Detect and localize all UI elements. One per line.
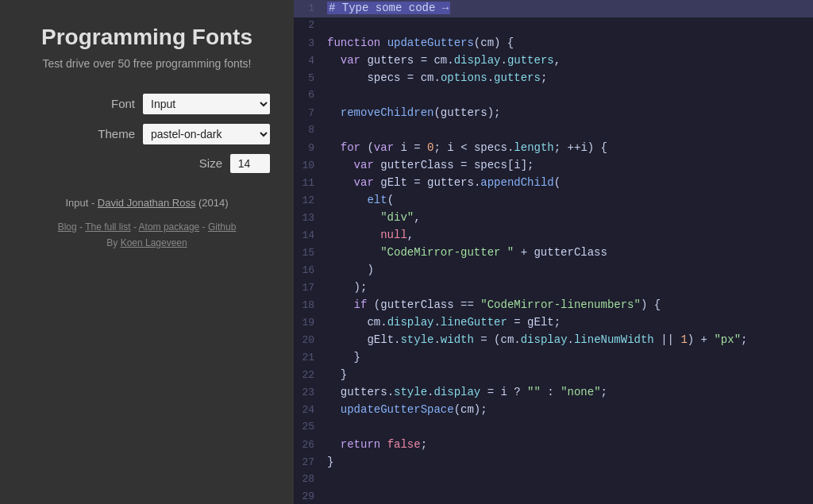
line-content: cm.display.lineGutter = gElt;	[322, 314, 561, 331]
line-content: return false;	[322, 437, 427, 453]
table-row: 25	[294, 419, 813, 437]
theme-label: Theme	[98, 127, 135, 140]
credit-text: Input -	[65, 197, 97, 209]
line-content: null,	[322, 227, 414, 244]
line-content: }	[322, 454, 333, 471]
line-number: 26	[294, 437, 322, 453]
table-row: 3 function updateGutters(cm) {	[294, 35, 813, 52]
line-number: 23	[294, 385, 322, 401]
size-input[interactable]	[230, 154, 270, 173]
line-number: 21	[294, 350, 322, 366]
line-number: 16	[294, 263, 322, 279]
table-row: 6	[294, 87, 813, 105]
line-number: 12	[294, 193, 322, 209]
line-content: )	[322, 262, 374, 279]
theme-select[interactable]: pastel-on-dark monokai dracula solarized…	[143, 124, 270, 144]
line-number: 11	[294, 175, 322, 191]
line-content: }	[322, 367, 347, 383]
code-area: 1 # Type some code → 2 3 function update…	[294, 0, 813, 504]
line-content: for (var i = 0; i < specs.length; ++i) {	[322, 140, 607, 156]
app-title: Programming Fonts	[41, 24, 252, 51]
table-row: 8	[294, 122, 813, 140]
table-row: 27 }	[294, 454, 813, 471]
line-content: var gutterClass = specs[i];	[322, 157, 534, 174]
table-row: 4 var gutters = cm.display.gutters,	[294, 52, 813, 70]
table-row: 9 for (var i = 0; i < specs.length; ++i)…	[294, 140, 813, 157]
author-link[interactable]: Koen Lageveen	[121, 237, 187, 248]
line-content: "div",	[322, 210, 421, 226]
table-row: 15 "CodeMirror-gutter " + gutterClass	[294, 244, 813, 262]
line-number: 24	[294, 402, 322, 418]
line-number: 14	[294, 228, 322, 244]
code-editor[interactable]: 1 # Type some code → 2 3 function update…	[294, 0, 813, 504]
line-number: 10	[294, 158, 322, 174]
line-number: 2	[294, 17, 322, 33]
table-row: 26 return false;	[294, 437, 813, 454]
line-content: specs = cm.options.gutters;	[322, 70, 547, 87]
atom-package-link[interactable]: Atom package	[139, 221, 200, 233]
line-number: 15	[294, 245, 322, 261]
table-row: 14 null,	[294, 227, 813, 244]
table-row: 28	[294, 471, 813, 489]
line-number: 6	[294, 87, 322, 103]
table-row: 20 gElt.style.width = (cm.display.lineNu…	[294, 332, 813, 349]
app-subtitle: Test drive over 50 free programming font…	[42, 57, 251, 70]
line-number: 29	[294, 489, 322, 504]
size-label: Size	[199, 156, 222, 170]
line-number: 3	[294, 36, 322, 52]
left-panel: Programming Fonts Test drive over 50 fre…	[0, 0, 294, 504]
line-number: 20	[294, 333, 322, 348]
table-row: 7 removeChildren(gutters);	[294, 105, 813, 122]
table-row: 19 cm.display.lineGutter = gElt;	[294, 314, 813, 332]
line-number: 4	[294, 53, 322, 69]
font-row: Font Input Fira Code JetBrains Mono Sour…	[16, 94, 278, 114]
line-number: 8	[294, 122, 322, 138]
table-row: 11 var gElt = gutters.appendChild(	[294, 175, 813, 192]
line-number: 18	[294, 298, 322, 314]
table-row: 22 }	[294, 367, 813, 384]
line-content: gElt.style.width = (cm.display.lineNumWi…	[322, 332, 747, 348]
line-number: 25	[294, 419, 322, 435]
line-content: removeChildren(gutters);	[322, 105, 500, 121]
line-number: 13	[294, 210, 322, 226]
blog-link[interactable]: Blog	[58, 221, 77, 233]
line-content: # Type some code →	[322, 0, 450, 17]
table-row: 18 if (gutterClass == "CodeMirror-linenu…	[294, 297, 813, 314]
line-content: elt(	[322, 192, 394, 209]
table-row: 23 gutters.style.display = i ? "" : "non…	[294, 384, 813, 402]
line-content: }	[322, 349, 360, 366]
line-number: 17	[294, 280, 322, 296]
line-content: gutters.style.display = i ? "" : "none";	[322, 384, 607, 401]
theme-row: Theme pastel-on-dark monokai dracula sol…	[16, 124, 278, 144]
line-number: 22	[294, 367, 322, 383]
line-number: 27	[294, 455, 322, 471]
footer-links: Blog - The full list - Atom package - Gi…	[58, 221, 237, 233]
table-row: 24 updateGutterSpace(cm);	[294, 402, 813, 419]
table-row: 5 specs = cm.options.gutters;	[294, 70, 813, 87]
credit-year: (2014)	[195, 197, 228, 209]
font-select[interactable]: Input Fira Code JetBrains Mono Source Co…	[143, 94, 270, 114]
full-list-link[interactable]: The full list	[85, 221, 130, 233]
table-row: 13 "div",	[294, 210, 813, 227]
line-number: 5	[294, 71, 322, 87]
table-row: 21 }	[294, 349, 813, 367]
line-number: 28	[294, 471, 322, 487]
line-number: 19	[294, 315, 322, 331]
size-row: Size	[16, 154, 278, 173]
table-row: 2	[294, 17, 813, 35]
by-text: By	[106, 237, 120, 248]
font-credit: Input - David Jonathan Ross (2014)	[65, 197, 228, 209]
line-number: 1	[294, 1, 322, 17]
font-label: Font	[111, 97, 135, 110]
line-content: function updateGutters(cm) {	[322, 35, 514, 52]
credit-author-link[interactable]: David Jonathan Ross	[98, 197, 196, 209]
table-row: 1 # Type some code →	[294, 0, 813, 17]
line-number: 9	[294, 140, 322, 156]
line-content: );	[322, 279, 367, 296]
table-row: 17 );	[294, 279, 813, 297]
table-row: 16 )	[294, 262, 813, 279]
line-content: if (gutterClass == "CodeMirror-linenumbe…	[322, 297, 661, 314]
github-link[interactable]: Github	[208, 221, 236, 233]
line-content: var gutters = cm.display.gutters,	[322, 52, 561, 69]
table-row: 29	[294, 489, 813, 504]
